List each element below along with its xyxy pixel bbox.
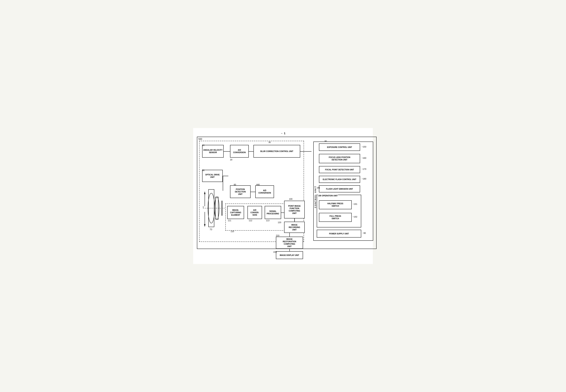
num-191: ~191 (353, 203, 357, 205)
num-30: 30 (268, 141, 271, 143)
line-sig-to-point (281, 212, 284, 213)
num-210: 210 (276, 234, 279, 237)
flash-control-block: ELECTRONIC FLASH CONTROL UNIT (319, 176, 360, 183)
outer-boundary: 500 ANGULAR VELOCITY SENSOR 10 A/DCONVER… (197, 137, 377, 249)
svg-rect-9 (221, 201, 222, 216)
diagram-container: 500 ANGULAR VELOCITY SENSOR 10 A/DCONVER… (197, 137, 377, 260)
full-switch-block: FULL PRESSSWITCH (319, 213, 352, 222)
exposure-control-block: EXPOSURE CONTROL UNIT (319, 143, 360, 151)
optical-drive-block: OPTICAL DRIVEUNIT (202, 170, 223, 182)
figure-header: ← 1 (197, 132, 369, 135)
num-113: 113 (266, 219, 269, 222)
figure-number: ← 1 (281, 132, 285, 135)
num-112: 112 (249, 219, 252, 222)
num-100: 100 (289, 198, 292, 200)
line-ad-to-blur (249, 151, 253, 152)
power-supply-block: POWER SUPPLY UNIT (317, 230, 361, 238)
num-110: 110 (231, 230, 234, 233)
svg-marker-1 (204, 191, 206, 194)
num-180: ~180 (362, 178, 366, 180)
image-capturing-block: IMAGE-CAPTURINGELEMENT (227, 206, 244, 219)
operation-unit-container: 190 OPERATION UNIT HALFWAY PRESSSWITCH ~… (317, 195, 361, 227)
lens-diagram: I 70 (203, 182, 225, 236)
num-90: ~90 (362, 232, 366, 234)
control-unit-label: CONTROL UNIT (314, 186, 317, 208)
num-181: 181 (317, 187, 320, 189)
svg-marker-3 (204, 224, 206, 227)
line-optical-lens (223, 176, 228, 176)
num-440: 440 (256, 183, 260, 186)
num-60: 60 (234, 183, 236, 186)
svg-text:70: 70 (210, 228, 212, 231)
angular-velocity-sensor-block: ANGULAR VELOCITY SENSOR (202, 145, 224, 158)
num-150: ~150 (362, 146, 366, 148)
image-recording-block: IMAGERECORDINGUNIT (284, 222, 305, 233)
signal-processing-block: SIGNALPROCESSING (265, 206, 281, 219)
num-111: 111 (228, 219, 231, 222)
num-160: ~160 (362, 157, 366, 159)
line-restore-to-display (289, 249, 290, 251)
flash-emission-block: FLASH LIGHT EMISSION UNIT (319, 185, 360, 193)
focal-point-block: FOCAL POINT DETECTION UNIT (319, 166, 360, 173)
point-image-block: POINT IMAGEFUNCTIONCOMPUTINGUNIT (284, 201, 305, 218)
svg-text:I: I (203, 206, 204, 208)
position-detection-block: POSITIONDETECTIONUNIT (230, 185, 251, 198)
focus-lens-block: FOCUS LENS POSITIONDETECTION UNIT (319, 154, 360, 163)
operation-unit-title: 190 OPERATION UNIT (318, 195, 338, 197)
num-20: 20 (230, 159, 232, 161)
num-50: 50 (202, 169, 204, 171)
line-av-to-ad (224, 151, 230, 152)
num-170: ~170 (362, 168, 366, 170)
num-80: 80 (325, 140, 327, 142)
num-10: 10 (202, 144, 204, 146)
num-220: 220 (273, 251, 277, 253)
line-point-to-record (294, 218, 295, 222)
line-record-to-restore (289, 233, 290, 237)
blur-correction-block: BLUR CORRECTION CONTROL UNIT (253, 145, 300, 158)
line-blur-right (300, 151, 311, 152)
halfway-switch-block: HALFWAY PRESSSWITCH (319, 200, 352, 209)
line-pos-to-ad440 (251, 192, 255, 192)
line-optical-lens-v (223, 176, 223, 191)
label-500: 500 (198, 138, 202, 140)
ad-conversion-top-block: A/DCONVERSION (230, 145, 249, 158)
ad-conversion-440-block: A/DCONVERSION (255, 185, 274, 198)
ad-conversion-112-block: A/DCONVER-SION (248, 206, 262, 219)
num-120: 120 (278, 221, 281, 224)
image-display-block: IMAGE DISPLAY UNIT (276, 251, 303, 259)
image-restoration-block: IMAGERESTORATIONCOMPUTINGUNIT (276, 237, 303, 249)
num-192: ~192 (353, 216, 357, 218)
patent-diagram-page: ← 1 500 ANGULAR VELOCITY SENSOR 10 A/DCO… (193, 128, 373, 264)
